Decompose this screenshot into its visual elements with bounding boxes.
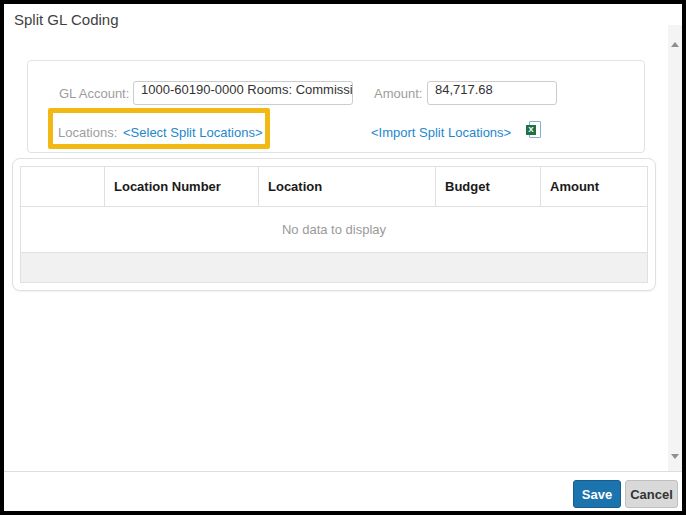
split-gl-coding-dialog: Split GL Coding GL Account: 1000-60190-0… bbox=[0, 0, 686, 515]
footer-divider bbox=[4, 471, 682, 472]
grid-header-row: Location Number Location Budget Amount bbox=[21, 167, 647, 207]
locations-label: Locations: bbox=[58, 125, 117, 141]
split-locations-table-panel: Location Number Location Budget Amount N… bbox=[12, 158, 656, 291]
scroll-down-icon bbox=[671, 454, 679, 459]
excel-file-icon[interactable]: X bbox=[526, 121, 542, 138]
header-cell-amount: Amount bbox=[541, 167, 647, 206]
dialog-title: Split GL Coding bbox=[14, 10, 119, 30]
import-split-locations-link[interactable]: <Import Split Locations> bbox=[371, 125, 511, 141]
header-cell-location: Location bbox=[259, 167, 436, 206]
gl-form-panel: GL Account: 1000-60190-0000 Rooms: Commi… bbox=[27, 60, 645, 153]
gl-account-label: GL Account: bbox=[59, 86, 129, 102]
scroll-up-button[interactable] bbox=[668, 37, 682, 53]
gl-account-input[interactable]: 1000-60190-0000 Rooms: Commission bbox=[133, 81, 353, 105]
no-data-message: No data to display bbox=[282, 222, 386, 237]
scroll-up-icon bbox=[671, 42, 679, 47]
grid-footer-strip bbox=[21, 253, 647, 282]
split-locations-grid: Location Number Location Budget Amount N… bbox=[20, 166, 648, 283]
scroll-down-button[interactable] bbox=[668, 449, 682, 465]
header-cell-empty bbox=[21, 167, 105, 206]
amount-input[interactable]: 84,717.68 bbox=[427, 81, 557, 105]
cancel-button[interactable]: Cancel bbox=[625, 480, 678, 508]
header-cell-location-number: Location Number bbox=[105, 167, 259, 206]
excel-x-glyph: X bbox=[526, 125, 536, 135]
grid-empty-row: No data to display bbox=[21, 207, 647, 253]
vertical-scrollbar[interactable] bbox=[668, 25, 682, 471]
amount-label: Amount: bbox=[374, 86, 422, 102]
select-split-locations-link[interactable]: <Select Split Locations> bbox=[123, 125, 262, 141]
save-button[interactable]: Save bbox=[573, 480, 621, 508]
header-cell-budget: Budget bbox=[436, 167, 541, 206]
